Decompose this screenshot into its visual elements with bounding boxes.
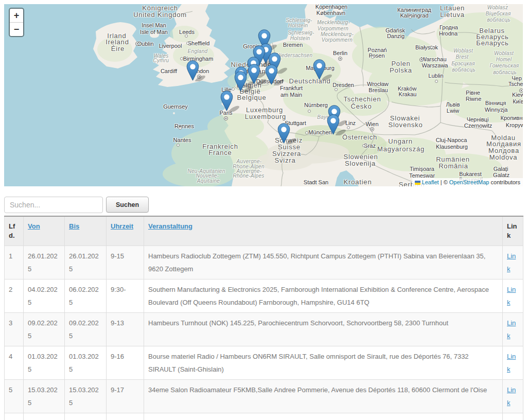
event-link[interactable]: Link xyxy=(507,252,516,273)
cell-link: Link xyxy=(503,413,523,420)
cell-veranstaltung: Hambeurs Turnhout (NOK) 145.225, Parochi… xyxy=(144,313,503,346)
cell-veranstaltung: 34eme Salon Radioamateur F5KMB,Salle And… xyxy=(144,380,503,413)
search-button[interactable]: Suchen xyxy=(106,197,149,213)
city-dot-icon xyxy=(224,116,228,120)
cell-bis: 26.01.2025 xyxy=(65,246,107,279)
city-dot-icon xyxy=(186,42,189,45)
cell-link: Link xyxy=(503,279,523,313)
cell-bis: 23.03.2025 xyxy=(65,413,107,420)
cell-veranstaltung: Funkbörse Kaue Fürst Leopold, 46284 Dors… xyxy=(144,413,503,420)
column-header-von: Von xyxy=(24,216,65,246)
map-marker-pin[interactable] xyxy=(313,59,336,80)
marker-shadow xyxy=(335,128,346,135)
zoom-out-button[interactable]: − xyxy=(10,23,23,36)
map-marker-pin[interactable] xyxy=(265,64,288,85)
table-header-row: Lfd.VonBisUhrzeitVeranstaltungLink xyxy=(5,216,523,246)
cell-nr: 2 xyxy=(5,279,24,313)
event-row: 3 09.02.2025 09.02.2025 9-13 Hambeurs Tu… xyxy=(5,313,523,346)
osm-link[interactable]: OpenStreetMap xyxy=(449,179,489,185)
cell-uhrzeit: 9-17 xyxy=(107,380,144,413)
cell-link: Link xyxy=(503,246,523,279)
cell-veranstaltung: Hambeurs Radioclub Zottegem (ZTM) 145.55… xyxy=(144,246,503,279)
city-dot-icon xyxy=(335,88,338,91)
city-dot-icon xyxy=(135,42,139,46)
sort-link[interactable]: Von xyxy=(28,222,40,230)
sort-link[interactable]: Bis xyxy=(69,222,79,230)
cell-bis: 06.02.2025 xyxy=(65,279,107,313)
zoom-in-button[interactable]: + xyxy=(10,9,23,23)
city-dot-icon xyxy=(177,144,180,147)
cell-uhrzeit: 9-16 xyxy=(107,346,144,380)
city-dot-icon xyxy=(180,57,183,60)
map-marker-pin[interactable] xyxy=(186,60,209,81)
cell-nr: 4 xyxy=(5,346,24,380)
event-link[interactable]: Link xyxy=(507,353,516,373)
cell-nr: 3 xyxy=(5,313,24,346)
cell-von: 15.03.2025 xyxy=(24,380,65,413)
cell-link: Link xyxy=(503,380,523,413)
search-bar: Suchen xyxy=(4,197,523,213)
attribution-contributors: contributors xyxy=(489,179,520,185)
column-header-lfd: Lfd. xyxy=(5,216,24,246)
marker-shadow xyxy=(273,78,285,85)
event-link[interactable]: Link xyxy=(507,286,516,306)
city-dot-icon xyxy=(370,127,374,131)
cell-bis: 01.03.2025 xyxy=(65,346,107,380)
marker-shadow xyxy=(194,74,206,81)
event-row: 6 23.03.2025 23.03.2025 11-16 Funkbörse … xyxy=(5,413,523,420)
attribution-separator: | xyxy=(439,179,444,185)
column-header-uhrzeit: Uhrzeit xyxy=(107,216,144,246)
cell-von: 26.01.2025 xyxy=(24,246,65,279)
event-row: 4 01.03.2025 01.03.2025 9-16 Bourse mate… xyxy=(5,346,523,380)
cell-veranstaltung: Southern Manufacturing & Electronics 202… xyxy=(144,279,503,313)
ukraine-flag-icon xyxy=(415,181,420,185)
cell-nr: 6 xyxy=(5,413,24,420)
cell-bis: 09.02.2025 xyxy=(65,313,107,346)
sort-link[interactable]: Veranstaltung xyxy=(148,222,192,230)
event-link[interactable]: Link xyxy=(507,386,516,407)
page: KönigreichUnited KingdomIrlandIrelandÉir… xyxy=(0,0,527,420)
search-input[interactable] xyxy=(4,197,103,213)
cell-von: 09.02.2025 xyxy=(24,313,65,346)
city-dot-icon xyxy=(179,127,182,130)
city-dot-icon xyxy=(308,110,311,113)
cell-uhrzeit: 11-16 xyxy=(107,413,144,420)
leaflet-map[interactable]: KönigreichUnited KingdomIrlandIrelandÉir… xyxy=(4,4,523,186)
city-dot-icon xyxy=(338,57,342,61)
map-marker-pin[interactable] xyxy=(327,114,350,135)
cell-link: Link xyxy=(503,313,523,346)
map-marker-pin[interactable] xyxy=(220,91,243,112)
city-dot-icon xyxy=(409,15,412,19)
attribution-copyright: © xyxy=(444,179,449,185)
cell-uhrzeit: 9:30- xyxy=(107,279,144,313)
map-marker-pin[interactable] xyxy=(234,71,257,92)
cell-von: 04.02.2025 xyxy=(24,279,65,313)
cell-uhrzeit: 9-13 xyxy=(107,313,144,346)
cell-nr: 1 xyxy=(5,246,24,279)
cell-link: Link xyxy=(503,346,523,380)
map-attribution: Leaflet | © OpenStreetMap contributors xyxy=(412,178,523,186)
city-dot-icon xyxy=(371,56,374,59)
event-row: 2 04.02.2025 06.02.2025 9:30- Southern M… xyxy=(5,279,523,313)
column-header-bis: Bis xyxy=(65,216,107,246)
map-marker-pin[interactable] xyxy=(277,123,301,144)
marker-shadow xyxy=(228,104,240,112)
city-dot-icon xyxy=(430,46,433,49)
cell-veranstaltung: Bourse materiel Radio / Hambeurs ON6RM S… xyxy=(144,346,503,380)
sort-link[interactable]: Uhrzeit xyxy=(111,222,133,230)
cell-bis: 15.03.2025 xyxy=(65,380,107,413)
event-row: 1 26.01.2025 26.01.2025 9-15 Hambeurs Ra… xyxy=(5,246,523,279)
marker-shadow xyxy=(242,85,254,92)
cell-von: 01.03.2025 xyxy=(24,346,65,380)
leaflet-link[interactable]: Leaflet xyxy=(422,179,439,185)
city-dot-icon xyxy=(185,34,188,38)
cell-nr: 5 xyxy=(5,380,24,413)
city-dot-icon xyxy=(305,131,308,134)
cell-uhrzeit: 9-15 xyxy=(107,246,144,279)
column-header-link: Link xyxy=(503,216,523,246)
marker-shadow xyxy=(321,73,332,80)
event-link[interactable]: Link xyxy=(507,319,516,340)
marker-shadow xyxy=(285,137,297,144)
city-dot-icon xyxy=(435,80,438,83)
zoom-control: + − xyxy=(9,8,24,37)
